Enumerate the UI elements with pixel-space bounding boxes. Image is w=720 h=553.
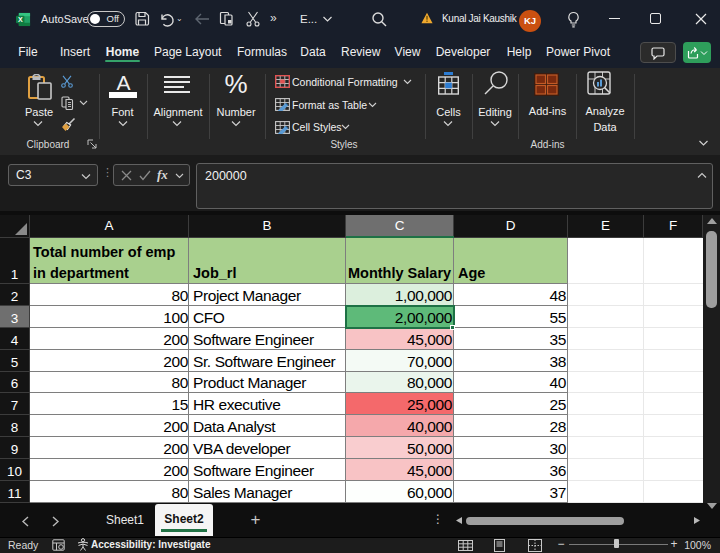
svg-text:X: X [18,16,23,23]
